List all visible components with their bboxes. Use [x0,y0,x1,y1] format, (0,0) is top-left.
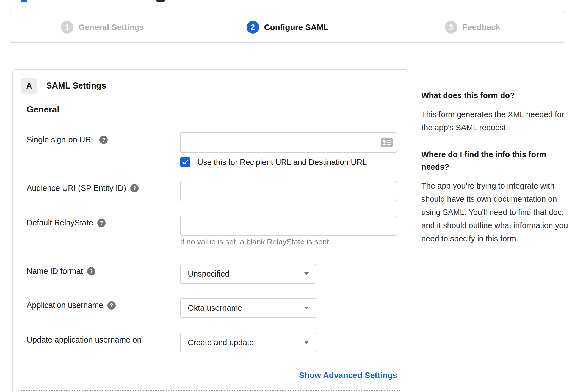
update-username-on-value: Create and update [188,338,254,347]
name-id-format-select[interactable]: Unspecified [180,264,316,284]
cropped-toggle-fragment [156,0,165,2]
default-relaystate-input-wrap [180,216,397,236]
application-username-select[interactable]: Okta username [180,298,316,318]
sidebar-body-where: The app you're trying to integrate with … [421,179,571,245]
step-3-circle: 3 [445,21,457,34]
name-id-format-value: Unspecified [188,269,230,278]
update-username-on-label: Update application username on [27,335,142,344]
chevron-down-icon [304,341,309,344]
help-icon[interactable]: ? [87,267,95,275]
single-sign-on-url-label-text: Single sign-on URL [27,135,95,144]
panel-header: A SAML Settings [21,78,106,94]
single-sign-on-url-label: Single sign-on URL ? [27,135,108,144]
saml-settings-panel: A SAML Settings General Single sign-on U… [12,69,408,392]
step-1-label: General Settings [78,23,144,32]
vcard-icon [381,138,393,147]
recipient-url-checkbox-row: Use this for Recipient URL and Destinati… [180,157,367,168]
step-2-label: Configure SAML [264,23,329,32]
help-icon[interactable]: ? [107,301,116,310]
chevron-down-icon [304,307,309,309]
single-sign-on-url-input-wrap [180,132,397,153]
step-3-label: Feedback [462,23,500,32]
default-relaystate-label: Default RelayState ? [27,218,106,227]
recipient-url-checkbox[interactable] [180,157,190,167]
application-username-value: Okta username [188,303,242,313]
audience-uri-input-wrap [180,181,397,201]
step-2-circle: 2 [247,21,259,34]
audience-uri-label: Audience URI (SP Entity ID) ? [27,184,139,193]
step-general-settings[interactable]: 1 General Settings [10,12,195,42]
audience-uri-label-text: Audience URI (SP Entity ID) [27,184,126,193]
sidebar-heading-where: Where do I find the info this form needs… [421,148,571,173]
cropped-logo-fragment [21,0,27,2]
panel-title: SAML Settings [46,81,106,91]
wizard-stepper: 1 General Settings 2 Configure SAML 3 Fe… [10,12,565,43]
advanced-link-row: Show Advanced Settings [180,371,397,380]
update-username-on-select[interactable]: Create and update [180,333,316,352]
help-sidebar: What does this form do? This form genera… [421,89,571,260]
sidebar-heading-what: What does this form do? [421,89,571,102]
name-id-format-label-text: Name ID format [27,267,83,276]
general-section-title: General [27,104,59,115]
show-advanced-settings-link[interactable]: Show Advanced Settings [299,371,397,380]
step-feedback[interactable]: 3 Feedback [380,12,565,42]
help-icon[interactable]: ? [97,219,106,227]
help-icon[interactable]: ? [99,136,108,144]
application-username-label-text: Application username [27,301,103,310]
help-icon[interactable]: ? [130,184,139,192]
step-configure-saml[interactable]: 2 Configure SAML [195,12,380,42]
sidebar-body-what: This form generates the XML needed for t… [421,108,571,134]
update-username-on-label-text: Update application username on [27,335,142,344]
name-id-format-label: Name ID format ? [27,267,95,276]
audience-uri-input[interactable] [180,181,397,201]
section-divider [21,390,400,391]
single-sign-on-url-input[interactable] [180,132,397,153]
checkmark-icon [182,159,189,165]
default-relaystate-label-text: Default RelayState [27,218,93,227]
recipient-url-checkbox-label: Use this for Recipient URL and Destinati… [197,158,367,167]
relaystate-helper-text: If no value is set, a blank RelayState i… [180,238,329,246]
default-relaystate-input[interactable] [180,216,397,236]
chevron-down-icon [304,272,309,275]
section-a-badge: A [21,78,37,94]
step-1-circle: 1 [61,21,73,34]
application-username-label: Application username ? [27,301,116,310]
